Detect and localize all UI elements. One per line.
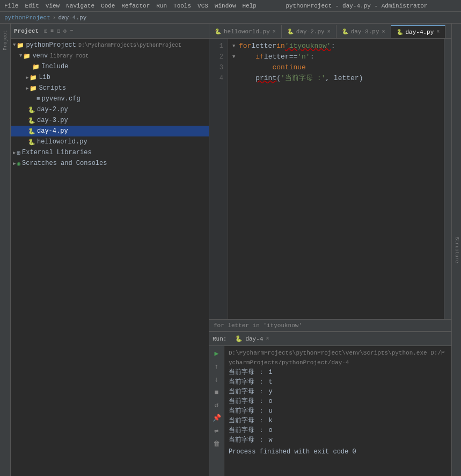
tree-item-venv[interactable]: ▼ 📁 venv library root	[11, 51, 209, 61]
helloworld-tab-close[interactable]: ×	[273, 29, 276, 35]
structure-strip[interactable]: Structure	[451, 24, 461, 476]
code-line-2: ▼ if letter == 'n' :	[232, 52, 440, 62]
colon1: :	[331, 41, 335, 52]
run-stop-button[interactable]: ■	[211, 387, 222, 398]
menu-help[interactable]: Help	[243, 3, 257, 9]
project-panel-title: Project	[14, 28, 39, 34]
scratches-arrow: ▶	[13, 161, 16, 167]
code-content[interactable]: ▼ for letter in 'ityouknow' : ▼ if lette…	[228, 39, 444, 319]
external-label: External Libraries	[22, 149, 92, 156]
minus-icon[interactable]: −	[70, 28, 73, 34]
tab-day2[interactable]: 🐍 day-2.py ×	[282, 25, 336, 38]
code-editor[interactable]: 1 2 3 4 ▼ for letter in 'ityouknow' : ▼	[209, 39, 451, 319]
menu-run[interactable]: Run	[156, 3, 167, 9]
run-out-8: 当前字母 ： w	[229, 435, 447, 445]
tab-day3[interactable]: 🐍 day-3.py ×	[336, 25, 391, 38]
venv-arrow: ▼	[19, 53, 22, 59]
breadcrumb-separator: ›	[53, 15, 56, 21]
day2-label: day-2.py	[37, 106, 68, 113]
run-tab-close[interactable]: ×	[266, 336, 269, 342]
tree-item-lib[interactable]: ▶ 📁 Lib	[11, 72, 209, 83]
run-tab-day4[interactable]: 🐍 day-4 ×	[230, 332, 274, 345]
day4-tab-close[interactable]: ×	[436, 29, 440, 35]
layout-icon[interactable]: ⊞	[44, 28, 47, 34]
run-play-button[interactable]: ▶	[211, 348, 222, 359]
project-panel: Project ⊞ ≡ ⊟ ⚙ − ▼ 📁 pythonProject D:\P…	[11, 24, 209, 476]
breadcrumb-project[interactable]: pythonProject	[4, 15, 50, 21]
menu-tools[interactable]: Tools	[173, 3, 191, 9]
tab-day4[interactable]: 🐍 day-4.py ×	[391, 25, 446, 38]
run-tab-name: day-4	[245, 336, 263, 342]
tune-icon[interactable]: ⊟	[57, 28, 60, 34]
menu-navigate[interactable]: Navigate	[66, 3, 94, 9]
run-out-6: 当前字母 ： k	[229, 416, 447, 425]
helloworld-tab-icon: 🐍	[215, 28, 221, 35]
day4-label: day-4.py	[37, 127, 68, 135]
run-scroll-up-button[interactable]: ↑	[211, 361, 222, 372]
tree-item-root[interactable]: ▼ 📁 pythonProject D:\PycharmProjects\pyt…	[11, 40, 209, 51]
run-pin-button[interactable]: 📌	[211, 413, 222, 423]
menu-window[interactable]: Window	[215, 3, 236, 9]
project-toolbar: Project ⊞ ≡ ⊟ ⚙ −	[11, 24, 209, 39]
var-letter: letter	[251, 41, 276, 52]
root-folder-icon: 📁	[17, 42, 24, 49]
venv-sublabel: library root	[50, 53, 89, 59]
menu-edit[interactable]: Edit	[25, 3, 39, 9]
run-exit-text: Process finished with exit code 0	[229, 448, 356, 456]
tree-item-scripts[interactable]: ▶ 📁 Scripts	[11, 83, 209, 93]
tree-item-day4[interactable]: 🐍 day-4.py	[11, 126, 209, 136]
run-tabs-bar: Run: 🐍 day-4 ×	[209, 332, 451, 346]
include-label: Include	[41, 63, 68, 70]
tree-item-scratches[interactable]: ▶ ◉ Scratches and Consoles	[11, 158, 209, 169]
tree-item-day2[interactable]: 🐍 day-2.py	[11, 104, 209, 115]
day2-tab-close[interactable]: ×	[327, 29, 331, 35]
run-rerun-button[interactable]: ↺	[211, 400, 222, 410]
run-wrap-button[interactable]: ⇌	[211, 425, 222, 436]
menu-view[interactable]: View	[46, 3, 60, 9]
tree-item-external[interactable]: ▶ ⊞ External Libraries	[11, 147, 209, 158]
tab-helloworld[interactable]: 🐍 helloworld.py ×	[209, 25, 282, 38]
str-chinese: '当前字母 :'	[281, 73, 325, 84]
main-layout: Project Project ⊞ ≡ ⊟ ⚙ − ▼ 📁 pythonProj…	[0, 24, 461, 476]
line4-fold	[232, 73, 239, 84]
str-n: 'n'	[297, 52, 310, 62]
day2-tab-label: day-2.py	[296, 28, 325, 35]
align-icon[interactable]: ≡	[50, 28, 54, 34]
run-exit: Process finished with exit code 0	[229, 447, 447, 457]
line1-fold[interactable]: ▼	[232, 41, 239, 52]
gear-icon[interactable]: ⚙	[63, 28, 67, 34]
run-out-2: 当前字母 ： t	[229, 377, 447, 387]
day4-tab-icon: 🐍	[397, 29, 403, 35]
scratches-icon: ◉	[17, 160, 20, 167]
kw-in: in	[276, 41, 285, 52]
tree-item-day3[interactable]: 🐍 day-3.py	[11, 115, 209, 126]
day2-tab-icon: 🐍	[287, 28, 294, 35]
menu-code[interactable]: Code	[101, 3, 115, 9]
menu-vcs[interactable]: VCS	[197, 3, 208, 9]
scratches-label: Scratches and Consoles	[22, 160, 107, 167]
tree-item-helloworld[interactable]: 🐍 helloworld.py	[11, 136, 209, 147]
run-trash-button[interactable]: 🗑	[211, 438, 222, 449]
root-label: pythonProject	[26, 41, 76, 49]
tree-item-pyvenv[interactable]: ≡ pyvenv.cfg	[11, 93, 209, 104]
run-out-1: 当前字母 ： i	[229, 367, 447, 377]
editor-status-bar: for letter in 'ityouknow'	[209, 319, 451, 331]
run-scroll-down-button[interactable]: ↓	[211, 374, 222, 385]
lib-folder-icon: 📁	[30, 74, 37, 81]
root-arrow: ▼	[13, 42, 16, 48]
title-bar: File Edit View Navigate Code Refactor Ru…	[0, 0, 461, 12]
day3-tab-label: day-3.py	[351, 28, 379, 35]
day3-tab-close[interactable]: ×	[382, 29, 385, 35]
code-line-1: ▼ for letter in 'ityouknow' :	[232, 41, 440, 52]
line2-fold[interactable]: ▼	[232, 52, 239, 62]
helloworld-file-icon: 🐍	[28, 139, 35, 146]
lib-label: Lib	[39, 74, 50, 81]
lib-arrow: ▶	[26, 75, 28, 81]
menu-file[interactable]: File	[4, 3, 18, 9]
menu-bar[interactable]: File Edit View Navigate Code Refactor Ru…	[4, 3, 257, 9]
menu-refactor[interactable]: Refactor	[121, 3, 150, 9]
tree-item-include[interactable]: 📁 Include	[11, 61, 209, 72]
code-line-3: continue	[232, 62, 440, 73]
venv-folder-icon: 📁	[23, 53, 31, 60]
run-out-4: 当前字母 ： o	[229, 396, 447, 406]
